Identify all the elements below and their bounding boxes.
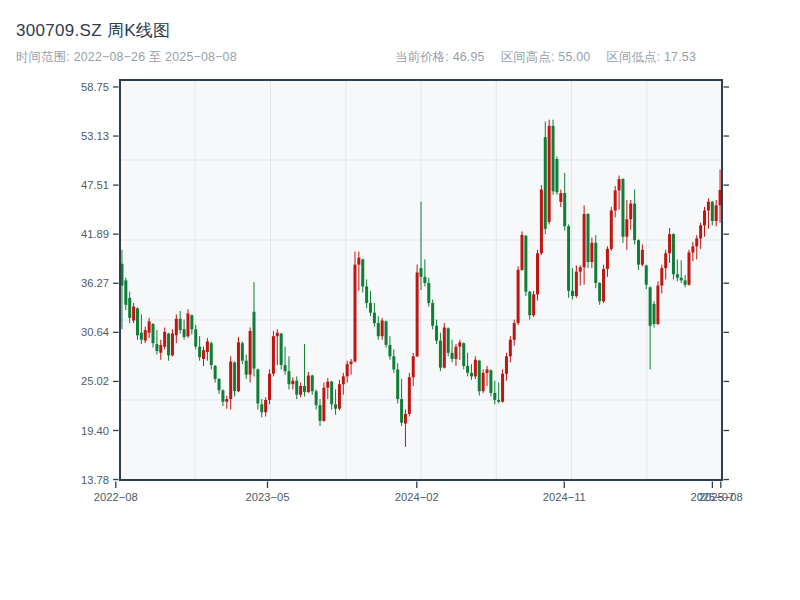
candle-body	[295, 381, 298, 395]
candle-body	[668, 234, 671, 253]
candle-body	[416, 272, 419, 356]
candle-body	[132, 307, 135, 321]
candle-up	[338, 380, 341, 411]
candle-down	[552, 120, 555, 195]
candle-body	[509, 340, 512, 357]
candle-body	[315, 391, 318, 405]
candle-body	[400, 399, 403, 423]
x-tick-label: 2022−08	[94, 491, 138, 503]
candle-body	[505, 356, 508, 373]
candle-body	[653, 304, 656, 324]
candle-body	[148, 321, 151, 332]
candle-body	[299, 386, 302, 395]
candle-body	[171, 334, 174, 356]
candle-body	[470, 373, 473, 376]
candle-body	[583, 214, 586, 267]
candle-body	[687, 252, 690, 284]
candle-body	[214, 366, 217, 379]
candle-up	[520, 231, 523, 270]
candle-body	[229, 362, 232, 400]
candle-up	[532, 291, 535, 317]
candle-down	[489, 369, 492, 396]
candle-up	[416, 265, 419, 358]
candle-up	[610, 207, 613, 251]
candle-body	[369, 303, 372, 313]
candle-body	[303, 386, 306, 392]
candle-body	[559, 193, 562, 202]
candle-body	[330, 382, 333, 405]
candle-body	[540, 190, 543, 254]
candle-up	[272, 331, 275, 376]
candle-body	[245, 361, 248, 375]
candle-body	[423, 277, 426, 283]
y-tick-label: 30.64	[81, 326, 109, 338]
candle-body	[183, 329, 186, 337]
candle-body	[408, 377, 411, 414]
candle-body	[466, 366, 469, 373]
candle-body	[311, 376, 314, 392]
candle-body	[590, 243, 593, 262]
candle-body	[221, 390, 224, 401]
candle-body	[699, 225, 702, 238]
candle-down	[447, 327, 450, 356]
candle-body	[144, 330, 147, 340]
candle-body	[501, 374, 504, 402]
candle-body	[451, 353, 454, 359]
candle-body	[633, 204, 636, 241]
candle-body	[338, 384, 341, 408]
candle-down	[233, 362, 236, 397]
y-tick-label: 13.78	[81, 474, 109, 486]
candle-body	[656, 286, 659, 324]
candle-up	[249, 327, 252, 382]
candle-body	[598, 283, 601, 301]
candle-body	[322, 388, 325, 421]
candle-up	[540, 185, 543, 255]
candle-body	[186, 314, 189, 337]
y-tick-label: 41.89	[81, 228, 109, 240]
candle-body	[284, 365, 287, 371]
candle-down	[478, 360, 481, 396]
candle-body	[167, 334, 170, 356]
candle-body	[575, 272, 578, 296]
candle-down	[280, 333, 283, 370]
candle-body	[252, 312, 255, 369]
candle-down	[524, 235, 527, 296]
candle-body	[435, 326, 438, 341]
candle-body	[194, 329, 197, 346]
candle-body	[392, 356, 395, 369]
candle-body	[486, 369, 489, 372]
candle-body	[579, 267, 582, 271]
candle-up	[656, 281, 659, 325]
candle-up	[687, 250, 690, 286]
candle-body	[237, 342, 240, 391]
candle-down	[567, 224, 570, 297]
candle-body	[373, 313, 376, 323]
candle-body	[513, 323, 516, 340]
candle-body	[493, 393, 496, 400]
candle-body	[517, 270, 520, 323]
candle-body	[443, 327, 446, 367]
candle-down	[462, 342, 465, 369]
candle-body	[606, 249, 609, 269]
candle-body	[291, 381, 294, 384]
candle-down	[136, 307, 139, 339]
candle-body	[342, 376, 345, 384]
candle-body	[474, 360, 477, 377]
candle-body	[361, 259, 364, 286]
candle-body	[163, 332, 166, 347]
candle-down	[587, 213, 590, 268]
candle-body	[482, 373, 485, 391]
candle-body	[621, 179, 624, 237]
candle-body	[594, 243, 597, 283]
candle-body	[241, 343, 244, 360]
candle-body	[618, 179, 621, 190]
candle-body	[276, 333, 279, 336]
candle-body	[198, 347, 201, 357]
candle-body	[264, 400, 267, 412]
candle-body	[431, 303, 434, 326]
candle-body	[202, 350, 205, 359]
candle-body	[610, 211, 613, 249]
candle-body	[190, 315, 193, 329]
candle-body	[660, 268, 663, 285]
candle-up	[443, 323, 446, 368]
